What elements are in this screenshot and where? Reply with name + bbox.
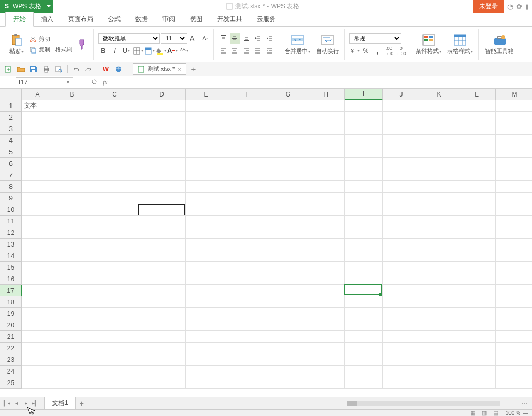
cell-G17[interactable] [269,285,307,296]
cell-B4[interactable] [53,135,91,146]
cell-L10[interactable] [458,204,496,216]
col-header-M[interactable]: M [496,89,532,100]
cell-L12[interactable] [458,227,496,239]
cell-A16[interactable] [22,273,53,285]
open-icon[interactable] [16,64,26,74]
cell-J25[interactable] [383,377,420,389]
cell-B25[interactable] [53,377,91,389]
col-header-G[interactable]: G [269,89,307,100]
cell-E13[interactable] [186,239,227,250]
cell-K12[interactable] [420,227,458,239]
cell-K3[interactable] [420,123,458,135]
cell-B2[interactable] [53,112,91,123]
cell-M24[interactable] [496,366,532,377]
conditional-format-button[interactable]: 条件格式▾ [414,33,443,56]
cell-M5[interactable] [496,146,532,158]
row-header-6[interactable]: 6 [0,158,22,169]
cell-M23[interactable] [496,354,532,366]
cell-H14[interactable] [307,250,345,262]
cell-D5[interactable] [138,146,186,158]
cell-J19[interactable] [383,308,420,319]
cell-E22[interactable] [186,343,227,354]
row-header-2[interactable]: 2 [0,112,22,123]
cell-M19[interactable] [496,308,532,319]
cell-K13[interactable] [420,239,458,250]
cell-J13[interactable] [383,239,420,250]
cell-G15[interactable] [269,262,307,273]
cell-I12[interactable] [345,227,383,239]
cell-K14[interactable] [420,250,458,262]
cell-B6[interactable] [53,158,91,169]
cell-E15[interactable] [186,262,227,273]
cell-C22[interactable] [91,343,138,354]
cell-F2[interactable] [227,112,269,123]
cell-A2[interactable] [22,112,53,123]
cell-H15[interactable] [307,262,345,273]
spreadsheet-grid[interactable]: ABCDEFGHIJKLM 12345678910111213141516171… [0,89,532,393]
format-painter-big[interactable] [73,37,90,52]
cell-H18[interactable] [307,296,345,308]
cell-F21[interactable] [227,331,269,343]
cell-J5[interactable] [383,146,420,158]
cell-F24[interactable] [227,366,269,377]
cell-J2[interactable] [383,112,420,123]
row-header-19[interactable]: 19 [0,308,22,319]
cell-G13[interactable] [269,239,307,250]
cell-L16[interactable] [458,273,496,285]
row-header-18[interactable]: 18 [0,296,22,308]
font-color-button[interactable]: A▾ [167,46,178,56]
row-header-23[interactable]: 23 [0,354,22,366]
chevron-down-icon[interactable]: ▼ [66,80,70,85]
cell-I9[interactable] [345,193,383,204]
cell-D12[interactable] [138,227,186,239]
cell-E16[interactable] [186,273,227,285]
cell-C25[interactable] [91,377,138,389]
more-icon[interactable]: ▮ [525,3,529,10]
row-header-9[interactable]: 9 [0,193,22,204]
align-top-button[interactable] [218,33,229,44]
cell-H11[interactable] [307,216,345,227]
cell-J15[interactable] [383,262,420,273]
cell-J4[interactable] [383,135,420,146]
increase-decimal-button[interactable]: .00→.0 [384,46,394,56]
cell-K4[interactable] [420,135,458,146]
cell-J12[interactable] [383,227,420,239]
cell-G20[interactable] [269,319,307,331]
cell-C5[interactable] [91,146,138,158]
zoom-out-button[interactable]: — [523,410,528,416]
cell-J21[interactable] [383,331,420,343]
cell-D10[interactable] [138,204,186,216]
row-header-4[interactable]: 4 [0,135,22,146]
row-header-16[interactable]: 16 [0,273,22,285]
col-header-A[interactable]: A [22,89,53,100]
cell-B22[interactable] [53,343,91,354]
cell-M14[interactable] [496,250,532,262]
increase-indent-button[interactable] [264,33,275,44]
cell-H13[interactable] [307,239,345,250]
cell-I8[interactable] [345,181,383,193]
cell-C20[interactable] [91,319,138,331]
row-header-25[interactable]: 25 [0,377,22,389]
cell-M6[interactable] [496,158,532,169]
cell-M4[interactable] [496,135,532,146]
cell-C16[interactable] [91,273,138,285]
col-header-H[interactable]: H [307,89,345,100]
cell-L25[interactable] [458,377,496,389]
cell-D21[interactable] [138,331,186,343]
menu-页面布局[interactable]: 页面布局 [61,12,101,26]
cell-M1[interactable] [496,100,532,112]
sheet-first-button[interactable]: ▎◂ [2,398,12,409]
align-left-button[interactable] [218,46,229,56]
cell-H16[interactable] [307,273,345,285]
wps-home-icon[interactable]: W [101,64,111,74]
row-header-13[interactable]: 13 [0,239,22,250]
cells-area[interactable]: 文本 [22,100,532,389]
row-header-21[interactable]: 21 [0,331,22,343]
document-tab[interactable]: 测试.xlsx * × [133,63,186,75]
horizontal-scrollbar[interactable] [93,400,516,407]
cell-D13[interactable] [138,239,186,250]
cell-F3[interactable] [227,123,269,135]
cell-H2[interactable] [307,112,345,123]
cell-D23[interactable] [138,354,186,366]
cell-H21[interactable] [307,331,345,343]
